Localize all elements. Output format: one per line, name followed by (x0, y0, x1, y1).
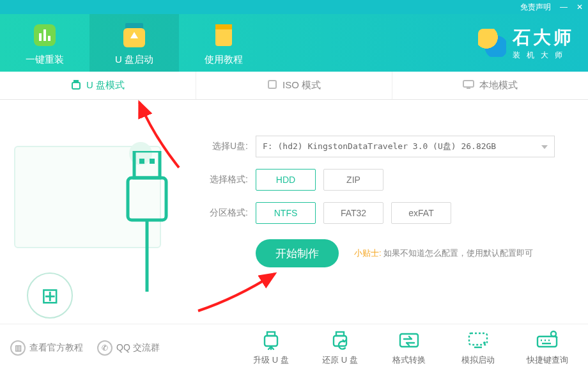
label: 模拟启动 (461, 354, 495, 366)
bar-chart-icon (30, 20, 59, 50)
tab-label: ISO 模式 (282, 79, 321, 91)
svg-rect-10 (268, 81, 276, 88)
svg-rect-1 (39, 33, 42, 41)
footer-simulate-boot[interactable]: 模拟启动 (451, 330, 505, 366)
label: 还原 U 盘 (322, 354, 358, 366)
restore-icon (329, 330, 352, 351)
disclaimer-link[interactable]: 免责声明 (520, 2, 551, 13)
footer-restore-usb[interactable]: 还原 U 盘 (313, 330, 367, 366)
tip-label: 小贴士: (354, 248, 382, 258)
svg-rect-13 (134, 151, 160, 178)
fs-option-exfat[interactable]: exFAT (391, 202, 451, 224)
label: QQ 交流群 (116, 342, 160, 354)
nav-tutorial[interactable]: 使用教程 (179, 14, 268, 72)
monitor-play-icon (467, 330, 490, 351)
label: 查看官方教程 (29, 342, 83, 354)
tab-iso-mode[interactable]: ISO 模式 (196, 72, 392, 99)
tab-usb-mode[interactable]: U 盘模式 (0, 72, 196, 99)
svg-rect-14 (139, 159, 144, 164)
brand-name: 石大师 (513, 26, 574, 50)
tip-text: 小贴士: 如果不知道怎么配置，使用默认配置即可 (354, 248, 533, 259)
qq-icon: ✆ (97, 340, 112, 356)
svg-rect-3 (48, 36, 50, 41)
footer-hotkey-lookup[interactable]: 快捷键查询 (520, 330, 574, 366)
svg-point-31 (551, 331, 556, 336)
footer-format-convert[interactable]: 格式转换 (382, 330, 436, 366)
format-label: 选择格式: (198, 174, 248, 186)
disk-value: F: (hd2) KingstonDataTraveler 3.0 (U盘) 2… (263, 141, 496, 152)
tab-local-mode[interactable]: 本地模式 (392, 72, 588, 99)
nav-label: U 盘启动 (115, 54, 153, 66)
book-icon (209, 20, 238, 50)
keyboard-search-icon (536, 330, 559, 351)
svg-rect-15 (150, 159, 155, 164)
fs-label: 分区格式: (198, 207, 248, 219)
nav-usb-boot[interactable]: U 盘启动 (89, 14, 179, 72)
usb-icon (71, 79, 81, 91)
nav-label: 一键重装 (26, 54, 64, 66)
footer: ▥ 查看官方教程 ✆ QQ 交流群 升级 U 盘 还原 U 盘 格式转换 模拟启… (0, 324, 588, 371)
footer-official-tutorial[interactable]: ▥ 查看官方教程 (10, 340, 83, 356)
start-create-button[interactable]: 开始制作 (256, 239, 339, 267)
usb-shield-icon (120, 20, 149, 50)
svg-point-25 (483, 342, 486, 344)
svg-rect-19 (265, 336, 277, 346)
brand-logo-icon (478, 29, 506, 57)
footer-qq-group[interactable]: ✆ QQ 交流群 (97, 340, 160, 356)
monitor-icon (463, 79, 474, 91)
disk-select[interactable]: F: (hd2) KingstonDataTraveler 3.0 (U盘) 2… (256, 136, 555, 157)
fs-option-fat32[interactable]: FAT32 (323, 202, 383, 224)
tip-body: 如果不知道怎么配置，使用默认配置即可 (383, 248, 533, 258)
close-button[interactable]: ✕ (576, 3, 583, 12)
svg-rect-7 (215, 24, 232, 29)
nav-one-key-reinstall[interactable]: 一键重装 (0, 14, 89, 72)
minimize-button[interactable]: — (560, 3, 568, 12)
svg-rect-9 (72, 83, 80, 89)
brand: 石大师 装机大师 (478, 14, 588, 72)
nav-label: 使用教程 (205, 54, 243, 66)
book-icon: ▥ (10, 340, 26, 356)
svg-rect-11 (463, 81, 474, 87)
chevron-down-icon (541, 145, 548, 149)
illustration: ⊞ (0, 100, 192, 324)
convert-icon (398, 330, 421, 351)
upgrade-icon (259, 330, 282, 351)
label: 快捷键查询 (527, 354, 568, 366)
iso-icon (267, 79, 277, 91)
windows-badge-icon: ⊞ (27, 272, 73, 319)
format-option-hdd[interactable]: HDD (256, 169, 316, 191)
fs-option-ntfs[interactable]: NTFS (256, 202, 316, 224)
footer-upgrade-usb[interactable]: 升级 U 盘 (244, 330, 298, 366)
label: 格式转换 (392, 354, 426, 366)
brand-sub: 装机大师 (513, 50, 574, 61)
format-option-zip[interactable]: ZIP (323, 169, 383, 191)
disk-label: 选择U盘: (198, 141, 248, 152)
usb-plug-icon (119, 151, 176, 292)
tab-label: U 盘模式 (86, 79, 125, 91)
header: 一键重装 U 盘启动 使用教程 石大师 装机大师 (0, 14, 588, 72)
mode-tabs: U 盘模式 ISO 模式 本地模式 (0, 72, 588, 100)
label: 升级 U 盘 (253, 354, 289, 366)
tab-label: 本地模式 (479, 79, 518, 91)
svg-rect-26 (538, 336, 557, 347)
svg-rect-2 (43, 29, 46, 41)
svg-rect-16 (128, 178, 166, 220)
main-panel: ⊞ 选择U盘: F: (hd2) KingstonDataTraveler 3.… (0, 100, 588, 324)
